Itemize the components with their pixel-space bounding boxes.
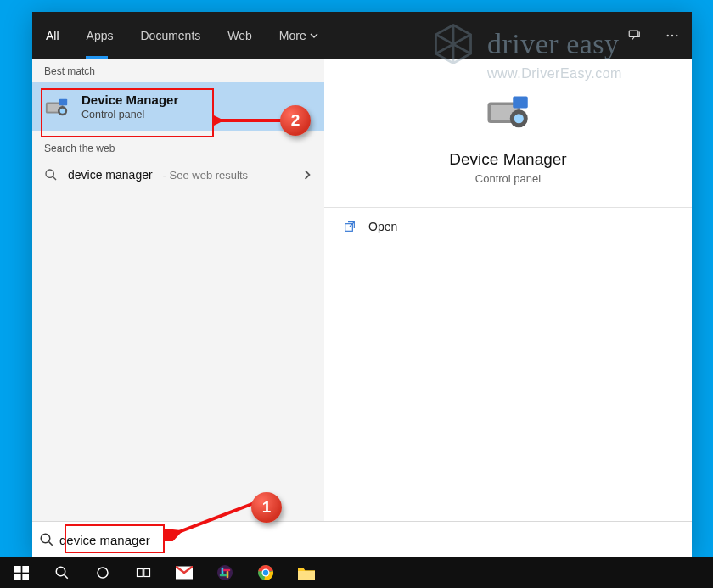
start-button[interactable] (2, 557, 41, 588)
svg-rect-14 (513, 97, 528, 109)
tab-more[interactable]: More (266, 12, 332, 59)
detail-column: Device Manager Control panel Open (324, 59, 692, 521)
search-icon (44, 168, 58, 182)
taskbar-app-explorer[interactable] (287, 557, 326, 588)
svg-point-3 (676, 34, 677, 36)
task-view-button[interactable] (124, 557, 163, 588)
web-result-hint: - See web results (163, 169, 248, 182)
tab-more-label: More (279, 29, 306, 42)
svg-point-9 (46, 170, 53, 177)
svg-rect-18 (22, 566, 29, 573)
svg-point-21 (56, 567, 65, 576)
open-label: Open (368, 220, 397, 233)
device-manager-icon (44, 94, 70, 120)
tab-documents[interactable]: Documents (126, 12, 214, 59)
search-input[interactable] (54, 529, 685, 551)
svg-rect-20 (22, 574, 29, 580)
svg-point-1 (667, 34, 669, 36)
tab-documents-label: Documents (140, 29, 200, 42)
open-action[interactable]: Open (324, 208, 692, 245)
tab-all-label: All (46, 29, 59, 42)
best-match-header: Best match (32, 59, 324, 82)
svg-point-31 (263, 570, 268, 575)
tab-apps[interactable]: Apps (73, 12, 127, 59)
svg-point-2 (671, 34, 673, 36)
open-icon (343, 220, 356, 233)
web-result-query: device manager (68, 168, 153, 182)
chevron-down-icon (310, 31, 318, 40)
tab-all[interactable]: All (32, 12, 73, 59)
svg-point-16 (41, 534, 50, 543)
detail-subtitle: Control panel (475, 172, 541, 185)
annotation-step-1: 1 (251, 492, 282, 523)
taskbar (0, 557, 713, 588)
start-search-panel: All Apps Documents Web More Best match (32, 12, 692, 557)
svg-rect-23 (138, 569, 143, 577)
taskbar-app-gmail[interactable] (165, 557, 204, 588)
svg-point-13 (514, 114, 523, 123)
best-match-subtitle: Control panel (81, 109, 178, 120)
ellipsis-icon[interactable] (665, 28, 680, 43)
svg-point-26 (217, 565, 233, 580)
search-tab-bar: All Apps Documents Web More (32, 12, 692, 59)
tab-web-label: Web (227, 29, 252, 42)
annotation-arrow-1 (165, 489, 267, 541)
tab-apps-label: Apps (87, 29, 114, 42)
svg-rect-17 (14, 566, 21, 573)
best-match-title: Device Manager (81, 92, 178, 107)
taskbar-search-button[interactable] (42, 557, 81, 588)
svg-point-7 (60, 108, 65, 113)
svg-rect-8 (59, 98, 67, 105)
web-result[interactable]: device manager - See web results (32, 160, 324, 190)
chevron-right-icon (302, 170, 312, 180)
svg-rect-32 (298, 571, 315, 580)
search-body: Best match Device Manager Control panel … (32, 59, 692, 557)
taskbar-app-chrome[interactable] (246, 557, 285, 588)
tab-web[interactable]: Web (214, 12, 266, 59)
svg-rect-0 (629, 31, 638, 37)
taskbar-app-slack[interactable] (205, 557, 244, 588)
detail-title: Device Manager (449, 150, 566, 169)
svg-point-22 (98, 568, 108, 578)
annotation-step-2: 2 (280, 105, 311, 136)
svg-rect-19 (14, 574, 21, 580)
cortana-button[interactable] (83, 557, 122, 588)
svg-rect-24 (144, 569, 150, 577)
search-icon (39, 532, 54, 547)
search-bar (32, 521, 692, 557)
feedback-icon[interactable] (627, 28, 643, 43)
detail-device-manager-icon (485, 87, 532, 135)
